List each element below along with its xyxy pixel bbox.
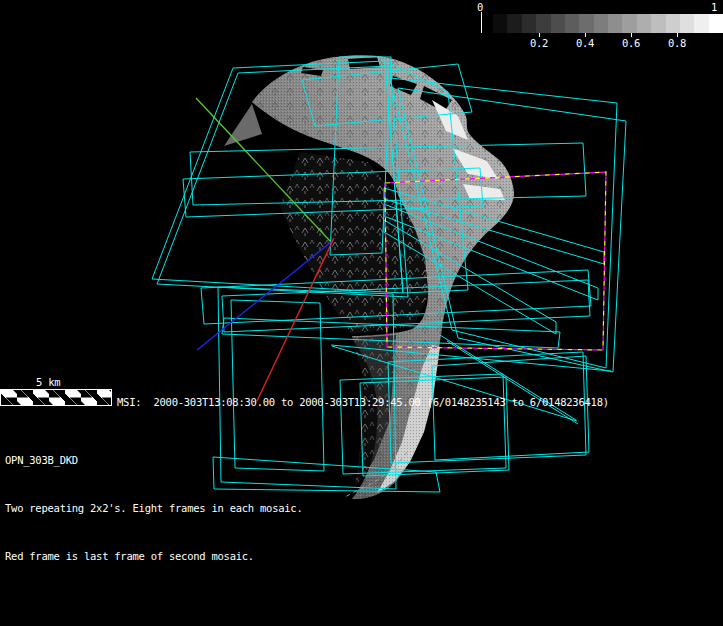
- colorbar-ramp: [493, 14, 723, 33]
- sequence-id: OPN_303B_DKD: [5, 452, 303, 468]
- colorbar-step: [666, 14, 680, 33]
- colorbar-tick-label: 0.8: [664, 37, 690, 49]
- colorbar-step: [637, 14, 651, 33]
- viewport: 0 1 0.20.40.60.8 5 km MSI: 2000-303T13:0…: [0, 0, 723, 626]
- colorbar-step: [694, 14, 708, 33]
- observation-frame: [432, 356, 589, 460]
- colorbar-step: [608, 14, 622, 33]
- colorbar-step: [522, 14, 536, 33]
- colorbar-step: [594, 14, 608, 33]
- msi-status-line: MSI: 2000-303T13:08:30.00 to 2000-303T13…: [117, 396, 609, 408]
- colorbar-step: [493, 14, 507, 33]
- colorbar-axis-line: [481, 12, 482, 33]
- scale-bar-checker: [0, 389, 112, 406]
- colorbar-step: [579, 14, 593, 33]
- axis-line-blue: [197, 242, 331, 350]
- colorbar-step: [551, 14, 565, 33]
- scale-bar-label: 5 km: [36, 376, 60, 388]
- colorbar-tick-label: 0.2: [526, 37, 552, 49]
- caption-line-2: Red frame is last frame of second mosaic…: [5, 548, 303, 564]
- colorbar-step: [536, 14, 550, 33]
- caption-line-1: Two repeating 2x2's. Eight frames in eac…: [5, 500, 303, 516]
- asteroid-arm: [224, 104, 262, 146]
- colorbar-step: [651, 14, 665, 33]
- colorbar-max-label: 1: [711, 1, 717, 13]
- caption-block: OPN_303B_DKD Two repeating 2x2's. Eight …: [5, 420, 303, 596]
- colorbar-step: [565, 14, 579, 33]
- colorbar-tick-label: 0.4: [572, 37, 598, 49]
- colorbar-step: [507, 14, 521, 33]
- colorbar-step: [680, 14, 694, 33]
- colorbar-step: [709, 14, 723, 33]
- colorbar-tick-label: 0.6: [618, 37, 644, 49]
- colorbar-step: [622, 14, 636, 33]
